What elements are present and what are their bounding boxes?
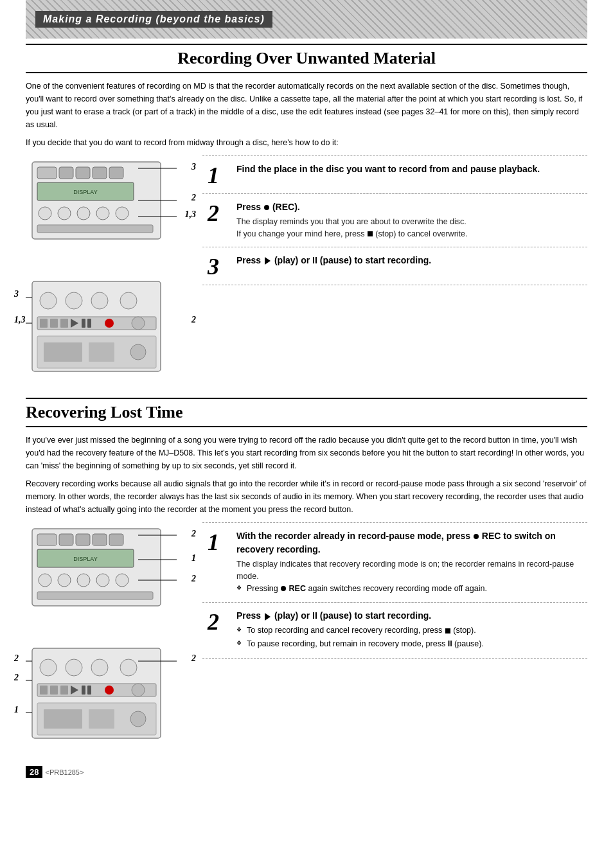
s2-label-1-bl: 1 [14, 705, 19, 715]
s2-step1-title: With the recorder already in record-paus… [236, 529, 582, 556]
svg-point-20 [91, 292, 108, 309]
s2-step2-title: Press (play) or II (pause) to start reco… [236, 609, 582, 623]
section2-steps-list: 1 With the recorder already in record-pa… [202, 522, 587, 753]
s2-label-1: 1 [191, 553, 196, 563]
step2-sub2: If you change your mind here, press (sto… [236, 228, 582, 240]
section1-step3: 3 Press (play) or II (pause) to start re… [202, 247, 587, 285]
page-number: 28 [26, 766, 42, 778]
svg-rect-41 [93, 534, 107, 545]
svg-rect-70 [89, 709, 114, 729]
svg-point-12 [116, 207, 129, 220]
svg-point-56 [66, 659, 82, 676]
svg-rect-23 [40, 319, 48, 328]
svg-text:DISPLAY: DISPLAY [73, 189, 97, 195]
svg-point-11 [96, 207, 109, 220]
device2-top-svg: DISPLAY [26, 522, 190, 628]
svg-point-58 [120, 659, 137, 676]
svg-rect-38 [37, 534, 57, 545]
svg-point-57 [91, 659, 108, 676]
svg-rect-64 [82, 686, 85, 695]
svg-point-46 [58, 574, 71, 587]
section1-intro-p1: One of the convenient features of record… [26, 80, 587, 131]
svg-rect-62 [60, 686, 68, 695]
section2-diagrams: DISPLAY 2 1 2 [26, 522, 196, 753]
svg-point-18 [40, 292, 57, 309]
s2-label-2-mid: 2 [191, 574, 196, 584]
page-code: <PRB1285> [45, 768, 84, 776]
svg-point-55 [40, 659, 57, 676]
svg-point-49 [116, 574, 129, 587]
section1-step1: 1 Find the place in the disc you want to… [202, 155, 587, 194]
svg-point-29 [105, 319, 114, 328]
label-3-top: 3 [191, 162, 196, 172]
section1-steps-container: DISPLAY 3 [26, 155, 587, 386]
svg-point-19 [66, 292, 82, 309]
svg-rect-24 [50, 319, 58, 328]
svg-point-21 [120, 292, 137, 309]
device2-bottom-svg [26, 642, 190, 751]
svg-rect-2 [59, 167, 73, 179]
s2-label-2-bl2: 2 [14, 673, 19, 683]
s2-label-2-br: 2 [191, 653, 196, 664]
svg-rect-25 [60, 319, 68, 328]
section2-intro-p2: Recovery recording works because all aud… [26, 477, 587, 516]
svg-rect-1 [37, 167, 57, 179]
section1-intro-p2: If you decide that you do want to record… [26, 136, 587, 149]
page-wrapper: Making a Recording (beyond the basics) R… [0, 0, 613, 797]
section2-steps-container: DISPLAY 2 1 2 [26, 522, 587, 753]
label-13-bot: 1,3 [14, 315, 26, 325]
svg-point-71 [130, 711, 146, 727]
step3-content: Press (play) or II (pause) to start reco… [236, 254, 582, 269]
label-2-bot: 2 [191, 315, 196, 325]
svg-rect-40 [76, 534, 90, 545]
section1-diagrams: DISPLAY 3 [26, 155, 196, 386]
label-13: 1,3 [185, 209, 197, 220]
step1-content: Find the place in the disc you want to r… [236, 163, 582, 178]
svg-rect-32 [44, 342, 82, 362]
s2-step1-content: With the recorder already in record-paus… [236, 529, 582, 596]
device-top-svg: DISPLAY [26, 155, 190, 261]
step2-sub1: The display reminds you that you are abo… [236, 216, 582, 228]
svg-point-45 [39, 574, 51, 587]
s2-step2-bullet2: To pause recording, but remain in recove… [236, 638, 582, 650]
svg-point-9 [58, 207, 71, 220]
section1-steps-list: 1 Find the place in the disc you want to… [202, 155, 587, 386]
svg-rect-69 [44, 709, 82, 729]
section1-step2: 2 Press (REC). The display reminds you t… [202, 193, 587, 247]
step2-title: Press (REC). [236, 200, 582, 214]
banner-title: Making a Recording (beyond the basics) [35, 11, 272, 28]
s2-step1-bullet1: Pressing REC again switches recovery rec… [236, 583, 582, 595]
svg-point-34 [130, 344, 146, 360]
step3-number: 3 [208, 254, 230, 278]
section2-intro-p1: If you've ever just missed the beginning… [26, 434, 587, 472]
svg-point-48 [96, 574, 109, 587]
section2-title: Recovering Lost Time [26, 398, 587, 427]
label-2-mid: 2 [191, 193, 196, 203]
svg-point-47 [77, 574, 90, 587]
s2-step1-number: 1 [208, 529, 230, 554]
svg-rect-33 [89, 342, 114, 362]
page-footer: 28 <PRB1285> [26, 766, 587, 778]
svg-rect-3 [76, 167, 90, 179]
svg-text:DISPLAY: DISPLAY [73, 556, 97, 562]
svg-rect-65 [87, 686, 91, 695]
svg-point-67 [132, 684, 145, 696]
s2-step1-sub1: The display indicates that recovery reco… [236, 558, 582, 583]
step1-number: 1 [208, 163, 230, 187]
s2-label-2-top: 2 [191, 529, 196, 539]
section2-step2: 2 Press (play) or II (pause) to start re… [202, 602, 587, 659]
section1-top-device: DISPLAY 3 [26, 155, 196, 263]
svg-rect-39 [59, 534, 73, 545]
svg-rect-61 [50, 686, 58, 695]
s2-step2-number: 2 [208, 609, 230, 633]
device-bottom-svg [26, 275, 190, 384]
step2-number: 2 [208, 200, 230, 225]
section1-bottom-device: 3 1,3 2 [26, 275, 196, 386]
svg-rect-13 [37, 225, 153, 233]
header-banner: Making a Recording (beyond the basics) [26, 0, 587, 39]
section2-bottom-device: 2 2 1 2 [26, 642, 196, 753]
svg-rect-28 [87, 319, 91, 328]
svg-point-8 [39, 207, 51, 220]
svg-rect-4 [93, 167, 107, 179]
s2-label-2-bl: 2 [14, 653, 19, 664]
